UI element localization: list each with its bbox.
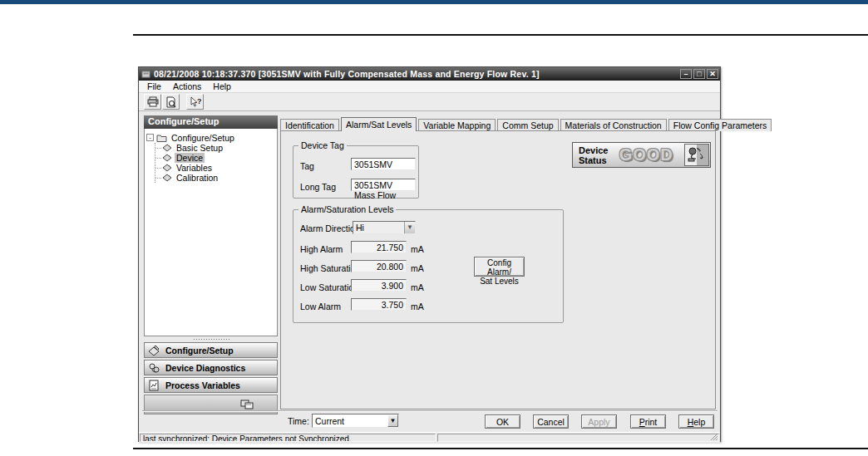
config-alarm-sat-levels-button[interactable]: Config Alarm/Sat Levels: [474, 257, 525, 277]
menu-file[interactable]: File: [142, 81, 166, 92]
tree-item-basic-setup[interactable]: Basic Setup: [155, 143, 275, 153]
tag-icon: [162, 164, 172, 172]
alarm-saturation-group: Alarm/Saturation Levels Alarm Direction …: [293, 209, 564, 323]
chevron-down-icon: ▼: [404, 222, 415, 233]
print-preview-icon: [165, 96, 176, 108]
navigation-sidebar: Configure/Setup - Configure/Setup Basic …: [144, 115, 278, 414]
window-title: 08/21/2008 10:18:37.370 [3051SMV with Fu…: [154, 69, 540, 79]
printer-icon: [147, 96, 159, 107]
tree-item-label[interactable]: Device: [175, 153, 205, 163]
title-bar[interactable]: 08/21/2008 10:18:37.370 [3051SMV with Fu…: [139, 67, 720, 81]
diagnostics-icon: [148, 362, 160, 374]
status-bar-panel: [437, 434, 719, 442]
minimize-button[interactable]: –: [680, 69, 692, 79]
menu-bar: File Actions Help: [139, 81, 720, 93]
page-divider-top: [133, 34, 868, 36]
high-alarm-value-field[interactable]: 21.750: [351, 241, 407, 253]
tag-icon: [162, 154, 172, 162]
long-tag-label: Long Tag: [300, 182, 336, 192]
close-button[interactable]: ✕: [707, 69, 718, 79]
configure-setup-icon: [148, 345, 160, 356]
menu-actions[interactable]: Actions: [168, 81, 206, 92]
apply-button[interactable]: Apply: [581, 414, 617, 429]
high-alarm-unit: mA: [411, 244, 424, 254]
high-saturation-value-field[interactable]: 20.800: [351, 260, 407, 272]
svg-text:?: ?: [197, 97, 201, 105]
high-saturation-unit: mA: [411, 263, 424, 273]
low-alarm-unit: mA: [411, 302, 424, 311]
app-icon: [141, 70, 150, 79]
tree-item-variables[interactable]: Variables: [155, 163, 275, 173]
alarm-direction-dropdown[interactable]: Hi ▼: [353, 221, 416, 234]
tree-item-device[interactable]: Device: [155, 153, 275, 163]
time-value: Current: [313, 416, 387, 426]
tab-alarm-sat-levels[interactable]: Alarm/Sat Levels: [341, 117, 417, 131]
low-saturation-label: Low Saturation: [300, 282, 358, 292]
print-toolbar-button[interactable]: [144, 94, 161, 110]
time-label: Time:: [288, 416, 309, 426]
tag-icon: [162, 144, 172, 152]
time-dropdown[interactable]: Current ▼: [312, 414, 399, 428]
tab-identification[interactable]: Identification: [280, 119, 339, 131]
nav-button-label: Configure/Setup: [165, 346, 234, 355]
device-status-label: DeviceStatus: [573, 145, 608, 165]
status-bar: last synchronized: Device Parameters not…: [139, 432, 720, 443]
sidebar-header: Configure/Setup: [144, 115, 278, 129]
collapse-expander-icon[interactable]: -: [146, 134, 154, 141]
maximize-button[interactable]: □: [693, 69, 705, 79]
tab-flow-config-parameters[interactable]: Flow Config Parameters: [668, 119, 772, 131]
page-top-accent-bar: [0, 0, 868, 4]
device-status-value: GOOD: [608, 145, 684, 164]
nav-button-label: Process Variables: [165, 380, 240, 390]
document-page: 08/21/2008 10:18:37.370 [3051SMV with Fu…: [0, 0, 868, 456]
chevron-down-icon: ▼: [387, 414, 398, 427]
sidebar-splitter[interactable]: [144, 336, 278, 342]
tab-variable-mapping[interactable]: Variable Mapping: [418, 119, 496, 131]
splitter-handle-icon: [193, 338, 229, 341]
help-pointer-icon: ?: [190, 96, 201, 107]
cancel-button[interactable]: Cancel: [533, 414, 569, 429]
low-alarm-label: Low Alarm: [300, 302, 341, 311]
tree-item-label[interactable]: Calibration: [175, 173, 219, 183]
low-saturation-unit: mA: [411, 282, 424, 292]
nav-button-label: Device Diagnostics: [165, 363, 245, 373]
tag-label: Tag: [300, 161, 314, 171]
tree-item-calibration[interactable]: Calibration: [155, 173, 275, 183]
tree-root-configure-setup[interactable]: - Configure/Setup: [146, 132, 275, 143]
resize-grip-icon[interactable]: [709, 434, 718, 441]
tree-root-label[interactable]: Configure/Setup: [170, 133, 236, 143]
ok-button[interactable]: OK: [485, 414, 520, 429]
configure-setup-tree: - Configure/Setup Basic Setup Device: [144, 129, 278, 336]
device-tag-group-title: Device Tag: [298, 140, 347, 150]
tab-comm-setup[interactable]: Comm Setup: [497, 119, 558, 131]
print-button[interactable]: Print: [630, 414, 666, 429]
print-preview-toolbar-button[interactable]: [162, 94, 180, 110]
alarm-sat-levels-panel: Device Tag Tag 3051SMV Long Tag 3051SMV …: [280, 130, 716, 409]
app-window: 08/21/2008 10:18:37.370 [3051SMV with Fu…: [138, 66, 721, 442]
alarm-saturation-group-title: Alarm/Saturation Levels: [298, 204, 396, 214]
nav-button-device-diagnostics[interactable]: Device Diagnostics: [144, 360, 278, 375]
help-button[interactable]: Help: [678, 414, 714, 429]
sync-status-text: last synchronized: Device Parameters not…: [140, 434, 436, 442]
low-saturation-value-field[interactable]: 3.900: [351, 279, 407, 292]
menu-help[interactable]: Help: [208, 81, 236, 92]
long-tag-input[interactable]: 3051SMV Mass Flow: [351, 179, 416, 191]
tab-strip: Identification Alarm/Sat Levels Variable…: [280, 117, 773, 131]
nav-button-process-variables[interactable]: Process Variables: [144, 377, 278, 393]
alarm-direction-value: Hi: [353, 223, 404, 233]
page-divider-bottom: [133, 448, 868, 449]
folder-icon: [156, 134, 167, 142]
tag-icon: [162, 174, 172, 182]
nav-button-configure-setup[interactable]: Configure/Setup: [144, 342, 278, 358]
low-alarm-value-field[interactable]: 3.750: [351, 298, 407, 311]
context-help-toolbar-button[interactable]: ?: [186, 94, 204, 110]
tag-input[interactable]: 3051SMV: [351, 158, 416, 170]
tab-materials-of-construction[interactable]: Materials of Construction: [560, 119, 667, 131]
toolbar: ?: [139, 93, 720, 111]
tree-item-label[interactable]: Basic Setup: [175, 143, 224, 153]
tree-item-label[interactable]: Variables: [175, 163, 214, 173]
footer-bar: Time: Current ▼ OK Cancel Apply Print He…: [139, 411, 720, 432]
alarm-direction-label: Alarm Direction: [300, 223, 360, 233]
compare-windows-icon[interactable]: [240, 400, 254, 410]
process-variables-icon: [148, 380, 160, 391]
